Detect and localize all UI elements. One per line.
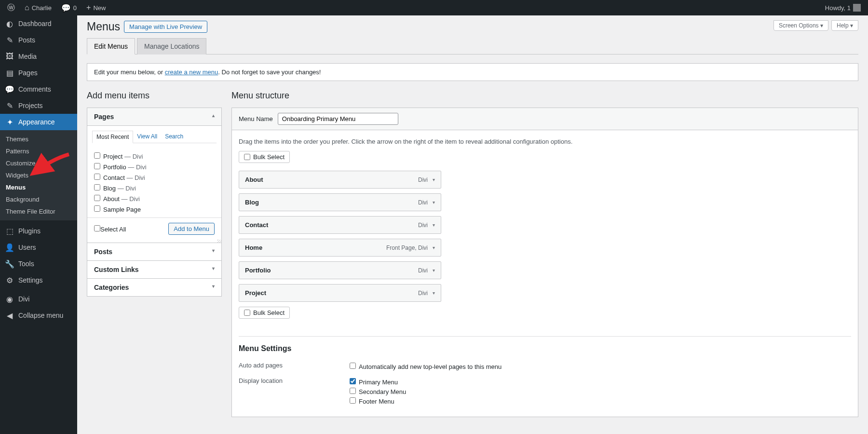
- main-content: Screen Options ▾ Help ▾ Menus Manage wit…: [77, 15, 868, 434]
- admin-sidebar: ◐Dashboard✎Posts🖾Media▤Pages💬Comments✎Pr…: [0, 15, 77, 434]
- new-link[interactable]: +New: [84, 0, 108, 15]
- page-item[interactable]: Portfolio — Divi: [94, 162, 215, 172]
- sidebar-item-projects[interactable]: ✎Projects: [0, 97, 77, 114]
- add-to-menu-button[interactable]: Add to Menu: [168, 223, 215, 235]
- page-item[interactable]: Project — Divi: [94, 151, 215, 162]
- sidebar-item-comments[interactable]: 💬Comments: [0, 81, 77, 97]
- submenu-widgets[interactable]: Widgets: [0, 169, 77, 181]
- page-checkbox[interactable]: [94, 152, 100, 159]
- bulk-select-bottom[interactable]: Bulk Select: [239, 307, 290, 319]
- panel-custom-toggle[interactable]: Custom Links▾: [87, 261, 221, 278]
- bulk-checkbox[interactable]: [244, 310, 250, 316]
- select-all-checkbox[interactable]: [94, 225, 100, 231]
- chevron-down-icon: ▾: [212, 284, 215, 289]
- tab-edit-menus[interactable]: Edit Menus: [87, 38, 135, 54]
- sidebar-item-tools[interactable]: 🔧Tools: [0, 256, 77, 272]
- menu-item[interactable]: HomeFront Page, Divi▾: [239, 239, 441, 257]
- wp-logo[interactable]: ⓦ: [5, 0, 17, 15]
- sidebar-item-collapse-menu[interactable]: ◀Collapse menu: [0, 307, 77, 324]
- menu-name-input[interactable]: [278, 113, 398, 125]
- subtab-recent[interactable]: Most Recent: [92, 131, 133, 143]
- submenu-theme-file-editor[interactable]: Theme File Editor: [0, 205, 77, 217]
- chevron-up-icon: ▴: [212, 113, 215, 118]
- sidebar-item-settings[interactable]: ⚙Settings: [0, 272, 77, 288]
- page-title: Menus: [87, 20, 120, 33]
- create-menu-link[interactable]: create a new menu: [165, 68, 218, 76]
- page-checkbox[interactable]: [94, 184, 100, 190]
- select-all[interactable]: Select All: [94, 225, 126, 233]
- location-option[interactable]: Footer Menu: [350, 396, 406, 406]
- menu-item[interactable]: ProjectDivi▾: [239, 284, 441, 302]
- sidebar-item-users[interactable]: 👤Users: [0, 239, 77, 256]
- page-checkbox[interactable]: [94, 163, 100, 169]
- sidebar-item-appearance[interactable]: ✦Appearance: [0, 114, 77, 130]
- menu-icon: ⬚: [5, 227, 14, 236]
- display-location-label: Display location: [239, 377, 350, 406]
- menu-item[interactable]: ContactDivi▾: [239, 216, 441, 234]
- menu-item[interactable]: PortfolioDivi▾: [239, 261, 441, 279]
- live-preview-button[interactable]: Manage with Live Preview: [124, 21, 207, 33]
- menu-item[interactable]: AboutDivi▾: [239, 171, 441, 189]
- chevron-down-icon: ▾: [212, 266, 215, 271]
- menu-settings: Menu Settings Auto add pages Automatical…: [239, 336, 851, 409]
- panel-pages-toggle[interactable]: Pages▴: [87, 108, 221, 126]
- location-checkbox[interactable]: [350, 388, 356, 394]
- page-checkbox[interactable]: [94, 195, 100, 201]
- menu-label: Appearance: [18, 118, 55, 126]
- sidebar-item-media[interactable]: 🖾Media: [0, 48, 77, 65]
- location-option[interactable]: Secondary Menu: [350, 387, 406, 396]
- menu-icon: ⚙: [5, 276, 14, 285]
- sidebar-item-dashboard[interactable]: ◐Dashboard: [0, 15, 77, 32]
- wordpress-icon: ⓦ: [7, 3, 15, 13]
- bulk-checkbox[interactable]: [244, 154, 250, 160]
- sidebar-item-posts[interactable]: ✎Posts: [0, 32, 77, 48]
- submenu-customize[interactable]: Customize: [0, 157, 77, 169]
- screen-options-button[interactable]: Screen Options ▾: [773, 20, 828, 31]
- site-link[interactable]: ⌂Charlie: [22, 0, 54, 15]
- submenu-background[interactable]: Background: [0, 193, 77, 205]
- menu-icon: ◐: [5, 19, 14, 28]
- page-item[interactable]: About — Divi: [94, 193, 215, 204]
- menu-item-title: Blog: [245, 199, 259, 206]
- sidebar-item-plugins[interactable]: ⬚Plugins: [0, 223, 77, 239]
- chevron-down-icon[interactable]: ▾: [433, 245, 435, 250]
- menu-label: Users: [18, 244, 36, 251]
- page-checkbox[interactable]: [94, 205, 100, 212]
- bulk-select-top[interactable]: Bulk Select: [239, 151, 290, 163]
- tab-manage-locations[interactable]: Manage Locations: [137, 38, 206, 54]
- subtab-search[interactable]: Search: [161, 131, 187, 143]
- chevron-down-icon[interactable]: ▾: [433, 222, 435, 228]
- auto-add-option[interactable]: Automatically add new top-level pages to…: [350, 362, 502, 371]
- nav-tabs: Edit Menus Manage Locations: [87, 38, 858, 54]
- menu-icon: ✎: [5, 101, 14, 110]
- menu-item-type: Divi▾: [418, 267, 435, 274]
- chevron-down-icon[interactable]: ▾: [433, 177, 435, 182]
- location-option[interactable]: Primary Menu: [350, 377, 406, 387]
- menu-label: Media: [18, 53, 37, 60]
- subtab-view-all[interactable]: View All: [133, 131, 161, 143]
- chevron-down-icon[interactable]: ▾: [433, 290, 435, 296]
- page-item[interactable]: Blog — Divi: [94, 183, 215, 193]
- menu-label: Settings: [18, 276, 43, 284]
- panel-categories-toggle[interactable]: Categories▾: [87, 279, 221, 296]
- howdy[interactable]: Howdy, 1: [823, 0, 863, 15]
- chevron-down-icon[interactable]: ▾: [433, 268, 435, 273]
- menu-icon: ◉: [5, 295, 14, 304]
- sidebar-item-pages[interactable]: ▤Pages: [0, 65, 77, 81]
- page-item[interactable]: Contact — Divi: [94, 172, 215, 183]
- panel-posts-toggle[interactable]: Posts▾: [87, 243, 221, 260]
- chevron-down-icon[interactable]: ▾: [433, 200, 435, 205]
- sidebar-item-divi[interactable]: ◉Divi: [0, 291, 77, 307]
- location-checkbox[interactable]: [350, 378, 356, 384]
- help-button[interactable]: Help ▾: [831, 20, 858, 31]
- submenu-patterns[interactable]: Patterns: [0, 145, 77, 157]
- resize-handle[interactable]: [87, 240, 221, 243]
- menu-item[interactable]: BlogDivi▾: [239, 193, 441, 211]
- auto-add-checkbox[interactable]: [350, 363, 356, 369]
- submenu-menus[interactable]: Menus: [0, 181, 77, 193]
- page-checkbox[interactable]: [94, 174, 100, 180]
- page-item[interactable]: Sample Page: [94, 204, 215, 215]
- submenu-themes[interactable]: Themes: [0, 133, 77, 145]
- comments-link[interactable]: 💬0: [59, 0, 79, 15]
- location-checkbox[interactable]: [350, 397, 356, 404]
